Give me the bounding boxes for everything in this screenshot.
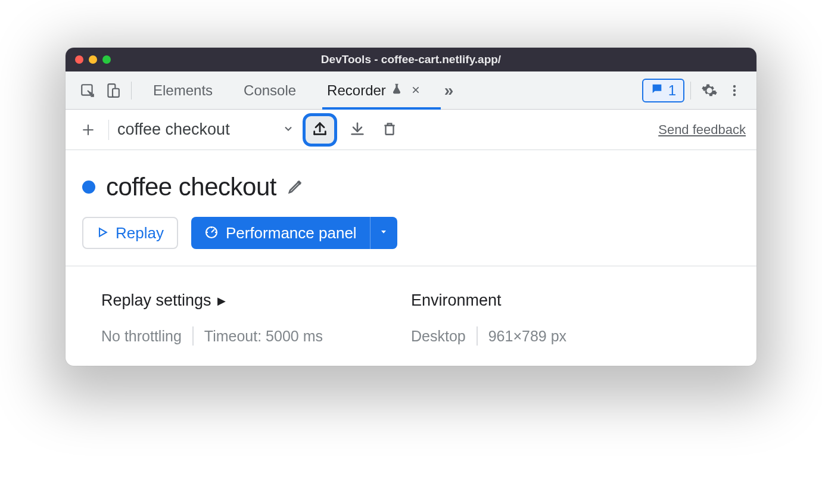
svg-rect-2 — [113, 88, 119, 97]
toggle-device-toolbar-icon[interactable] — [100, 78, 125, 103]
recorder-toolbar: coffee checkout — [66, 110, 756, 150]
messages-count: 1 — [668, 82, 676, 99]
delete-recording-button[interactable] — [378, 118, 401, 142]
svg-point-3 — [733, 85, 736, 87]
recording-header: coffee checkout — [66, 150, 756, 214]
performance-panel-dropdown[interactable] — [370, 217, 397, 249]
send-feedback-link[interactable]: Send feedback — [658, 122, 746, 138]
messages-icon — [650, 82, 664, 99]
performance-panel-split-button: Performance panel — [191, 217, 397, 249]
replay-button[interactable]: Replay — [82, 217, 178, 249]
divider — [192, 326, 194, 346]
replay-settings-heading[interactable]: Replay settings ▶ — [101, 291, 411, 310]
panel-tabs: Elements Console Recorder » — [138, 71, 462, 109]
devtools-window: DevTools - coffee-cart.netlify.app/ Elem… — [66, 48, 756, 366]
environment-values: Desktop 961×789 px — [411, 326, 721, 346]
recording-sections: Replay settings ▶ No throttling Timeout:… — [66, 266, 756, 366]
tab-label: Recorder — [327, 82, 386, 99]
environment-section: Environment Desktop 961×789 px — [411, 291, 721, 346]
overflow-icon: » — [444, 81, 454, 100]
play-icon — [96, 225, 108, 241]
divider — [131, 82, 132, 99]
timeout-value: Timeout: 5000 ms — [204, 328, 323, 345]
tab-label: Console — [244, 82, 296, 99]
messages-indicator[interactable]: 1 — [642, 79, 684, 102]
more-tabs-button[interactable]: » — [436, 71, 462, 109]
titlebar: DevTools - coffee-cart.netlify.app/ — [66, 48, 756, 71]
download-icon — [349, 120, 366, 139]
device-value: Desktop — [411, 328, 466, 345]
svg-rect-6 — [385, 125, 393, 134]
performance-panel-label: Performance panel — [226, 225, 357, 241]
viewport-value: 961×789 px — [488, 328, 566, 345]
gauge-icon — [204, 225, 219, 241]
replay-settings-values: No throttling Timeout: 5000 ms — [101, 326, 411, 346]
environment-heading-label: Environment — [411, 291, 502, 310]
import-recording-button[interactable] — [345, 118, 369, 142]
kebab-menu-icon[interactable] — [722, 78, 747, 103]
new-recording-button[interactable] — [76, 118, 100, 142]
experimental-flask-icon — [391, 82, 403, 99]
export-recording-button[interactable] — [303, 113, 337, 147]
replay-settings-section: Replay settings ▶ No throttling Timeout:… — [101, 291, 411, 346]
pencil-icon — [287, 186, 305, 197]
divider — [690, 82, 691, 99]
recording-selector-label: coffee checkout — [117, 120, 230, 139]
tab-label: Elements — [153, 82, 213, 99]
inspect-element-icon[interactable] — [75, 78, 100, 103]
recording-title: coffee checkout — [106, 173, 276, 201]
chevron-down-icon — [282, 120, 294, 139]
throttling-value: No throttling — [101, 328, 182, 345]
edit-title-button[interactable] — [287, 177, 305, 197]
performance-panel-button[interactable]: Performance panel — [191, 217, 370, 249]
tab-recorder[interactable]: Recorder — [312, 71, 436, 109]
tab-console[interactable]: Console — [228, 71, 312, 109]
replay-button-label: Replay — [116, 225, 164, 241]
close-tab-icon[interactable] — [411, 83, 421, 98]
settings-gear-icon[interactable] — [697, 78, 722, 103]
expand-right-icon: ▶ — [217, 294, 226, 307]
recording-selector[interactable]: coffee checkout — [117, 120, 294, 139]
divider — [477, 326, 478, 346]
environment-heading: Environment — [411, 291, 721, 310]
titlebar-title: DevTools - coffee-cart.netlify.app/ — [66, 53, 756, 66]
replay-settings-heading-label: Replay settings — [101, 291, 211, 310]
divider — [108, 120, 109, 140]
upload-icon — [312, 120, 328, 139]
recording-actions: Replay Performance panel — [66, 214, 756, 266]
devtools-tabstrip: Elements Console Recorder » 1 — [66, 71, 756, 110]
trash-icon — [382, 121, 397, 139]
svg-point-5 — [733, 93, 736, 95]
tab-elements[interactable]: Elements — [138, 71, 228, 109]
recording-status-dot-icon — [82, 181, 95, 194]
svg-point-4 — [733, 89, 736, 91]
caret-down-icon — [379, 227, 388, 239]
